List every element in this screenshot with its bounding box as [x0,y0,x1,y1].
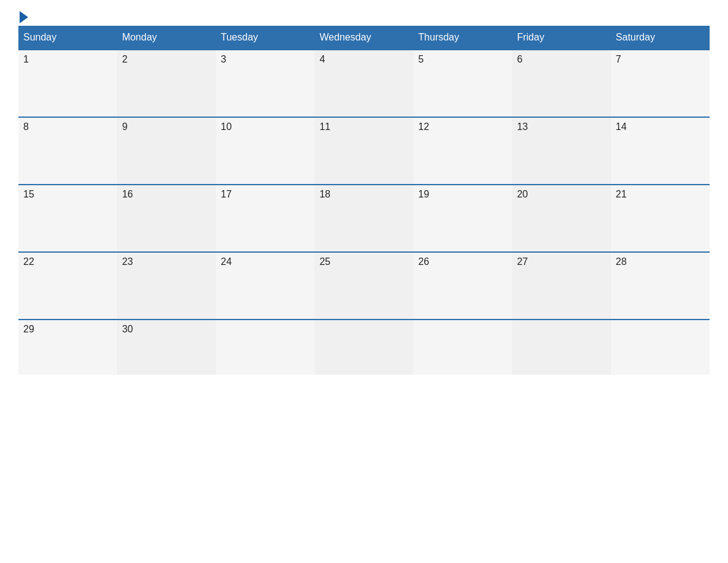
day-number: 2 [122,54,211,65]
calendar-cell: 1 [18,50,117,117]
day-number: 13 [517,121,606,132]
day-number: 20 [517,189,606,200]
calendar-week-row: 1234567 [18,50,710,117]
calendar-cell [512,320,611,375]
calendar-cell [414,320,512,375]
day-number: 23 [122,256,211,267]
weekday-header: Thursday [414,26,512,50]
calendar-cell [216,320,314,375]
day-number: 9 [122,121,211,132]
weekday-header: Monday [117,26,216,50]
day-number: 8 [23,121,112,132]
day-number: 12 [419,121,507,132]
calendar-cell: 22 [18,252,117,320]
weekday-header: Saturday [611,26,710,50]
calendar-cell: 21 [611,185,710,252]
calendar-cell: 26 [414,252,512,320]
calendar-cell: 16 [117,185,216,252]
day-number: 16 [122,189,211,200]
calendar-cell: 25 [314,252,413,320]
calendar-cell: 15 [18,185,117,252]
calendar-cell: 23 [117,252,216,320]
calendar-week-row: 22232425262728 [18,252,710,320]
day-number: 22 [23,256,112,267]
day-number: 21 [616,189,705,200]
calendar-cell: 12 [414,117,512,185]
calendar-cell [611,320,710,375]
calendar-week-row: 2930 [18,320,710,375]
day-number: 10 [221,121,309,132]
day-number: 24 [221,256,309,267]
calendar-cell: 8 [18,117,117,185]
day-number: 25 [319,256,408,267]
calendar-cell: 6 [512,50,611,117]
weekday-header: Tuesday [216,26,314,50]
day-number: 7 [616,54,705,65]
calendar-cell: 2 [117,50,216,117]
calendar-cell: 3 [216,50,314,117]
page-container: SundayMondayTuesdayWednesdayThursdayFrid… [18,12,710,375]
day-number: 3 [221,54,309,65]
calendar-cell: 27 [512,252,611,320]
day-number: 11 [319,121,408,132]
day-number: 30 [122,324,211,335]
calendar-cell: 9 [117,117,216,185]
calendar-cell: 7 [611,50,710,117]
day-number: 26 [419,256,507,267]
calendar-week-row: 15161718192021 [18,185,710,252]
header [18,12,710,20]
calendar-header: SundayMondayTuesdayWednesdayThursdayFrid… [18,26,710,50]
calendar-cell: 24 [216,252,314,320]
calendar-cell: 30 [117,320,216,375]
day-number: 28 [616,256,705,267]
calendar-cell: 4 [314,50,413,117]
logo-triangle-icon [20,11,28,23]
calendar-cell: 29 [18,320,117,375]
calendar-table: SundayMondayTuesdayWednesdayThursdayFrid… [18,26,710,375]
weekday-header: Friday [512,26,611,50]
calendar-cell: 17 [216,185,314,252]
calendar-cell: 19 [414,185,512,252]
day-number: 4 [319,54,408,65]
calendar-cell: 5 [414,50,512,117]
calendar-cell: 10 [216,117,314,185]
day-number: 6 [517,54,606,65]
weekday-header: Sunday [18,26,117,50]
calendar-cell [314,320,413,375]
day-number: 18 [319,189,408,200]
logo [18,12,28,20]
calendar-week-row: 891011121314 [18,117,710,185]
weekday-row: SundayMondayTuesdayWednesdayThursdayFrid… [18,26,710,50]
day-number: 17 [221,189,309,200]
calendar-cell: 28 [611,252,710,320]
weekday-header: Wednesday [314,26,413,50]
calendar-cell: 13 [512,117,611,185]
calendar-body: 1234567891011121314151617181920212223242… [18,50,710,375]
day-number: 29 [23,324,112,335]
day-number: 5 [419,54,507,65]
calendar-cell: 18 [314,185,413,252]
logo-text [18,12,28,23]
calendar-cell: 11 [314,117,413,185]
day-number: 1 [23,54,112,65]
day-number: 14 [616,121,705,132]
calendar-cell: 14 [611,117,710,185]
day-number: 27 [517,256,606,267]
calendar-cell: 20 [512,185,611,252]
day-number: 19 [419,189,507,200]
day-number: 15 [23,189,112,200]
